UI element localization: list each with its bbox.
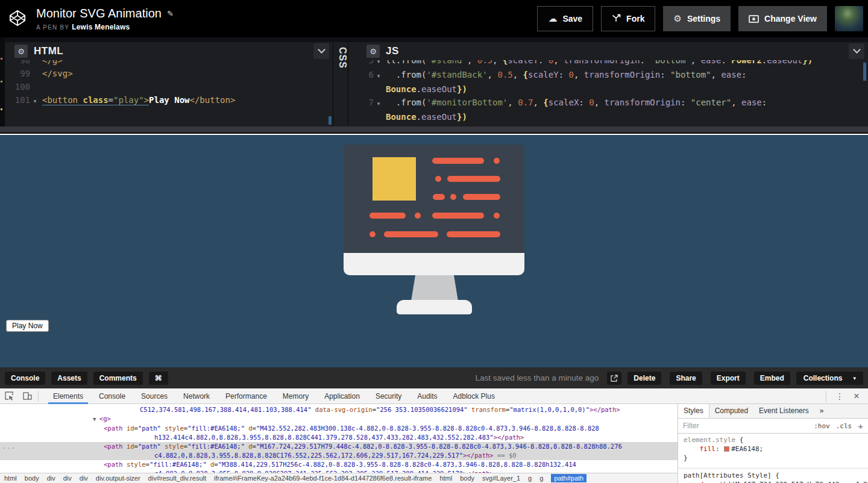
styles-filter-input[interactable]: Filter <box>683 422 699 430</box>
device-toolbar-icon[interactable] <box>22 391 32 401</box>
editor-preview-resizer[interactable] <box>0 126 868 134</box>
fork-button[interactable]: Fork <box>601 6 655 31</box>
byline: A PEN BYLewis Menelaws <box>36 23 174 31</box>
open-in-new-window-button[interactable] <box>607 372 621 385</box>
code-line-selected[interactable]: ...<path id="path" style="fill:#EA6148;"… <box>0 442 678 451</box>
gear-icon: ⚙ <box>673 14 681 23</box>
styles-tab-3[interactable]: » <box>814 404 829 418</box>
devtools-tab-6[interactable]: Application <box>316 388 368 404</box>
breadcrumb-item-8[interactable]: html <box>439 475 452 482</box>
elements-tree[interactable]: C512,374.581,498.167,388.414,481.103,388… <box>0 404 678 473</box>
fork-icon <box>612 14 621 24</box>
code-line: 5▾tl.from('#stand', 0.5, {scaleY: 0, tra… <box>348 60 868 68</box>
code-line[interactable]: ▼ <g> <box>0 414 678 424</box>
html-scrollbar-thumb[interactable] <box>329 116 332 125</box>
code-line: 101▾<button class="play">Play Now</butto… <box>5 93 333 108</box>
footer-button-2[interactable]: Export <box>711 372 746 385</box>
toolbar-divider <box>826 391 826 402</box>
js-scrollbar-thumb[interactable] <box>863 63 866 81</box>
breadcrumb-item-13[interactable]: path#path <box>551 474 587 482</box>
code-line: 99</svg> <box>5 67 333 80</box>
devtools-tab-2[interactable]: Sources <box>133 388 175 404</box>
save-status: Last saved less than a minute ago <box>475 373 599 382</box>
devtools-toolbar: ElementsConsoleSourcesNetworkPerformance… <box>0 388 868 404</box>
footer-button-2[interactable]: Comments <box>93 372 143 385</box>
styles-tab-0[interactable]: Styles <box>678 404 709 418</box>
chevron-down-icon <box>318 46 326 54</box>
footer-button-3[interactable]: Embed <box>754 372 790 385</box>
footer-button-1[interactable]: Share <box>670 372 702 385</box>
code-line: element.style { <box>681 435 865 444</box>
breadcrumb-item-3[interactable]: div <box>63 475 72 482</box>
devtools-tabs: ElementsConsoleSourcesNetworkPerformance… <box>45 388 503 404</box>
change-view-button[interactable]: Change View <box>738 6 827 31</box>
style-rules[interactable]: element.style { fill: #EA6148;}path[Attr… <box>678 434 868 483</box>
collections-button[interactable]: Collections ▾ <box>796 372 863 385</box>
footer-button-0[interactable]: Console <box>5 372 45 385</box>
breadcrumb-item-2[interactable]: div <box>47 475 55 482</box>
breadcrumb-item-4[interactable]: div <box>80 475 88 482</box>
breadcrumb-item-1[interactable]: body <box>25 475 39 482</box>
devtools-tab-0[interactable]: Elements <box>45 388 91 404</box>
breadcrumb-item-12[interactable]: g <box>539 475 543 482</box>
breadcrumb-item-6[interactable]: div#result_div.result <box>148 475 206 482</box>
yellow-square <box>373 157 416 201</box>
code-line: Bounce.easeOut}) <box>348 110 868 123</box>
pencil-icon[interactable]: ✎ <box>167 9 174 18</box>
devtools-close-icon[interactable]: × <box>851 390 862 402</box>
styles-tab-2[interactable]: Event Listeners <box>753 404 814 418</box>
inspect-element-icon[interactable] <box>4 391 14 401</box>
code-line: } <box>681 453 865 463</box>
code-line-selected[interactable]: c4.882,0,8.828,3.955,8.828,8.828C176.552… <box>0 451 678 460</box>
devtools-tab-9[interactable]: Adblock Plus <box>445 388 503 404</box>
cls-toggle[interactable]: .cls <box>836 422 852 430</box>
breadcrumb-item-5[interactable]: div.output-sizer <box>96 475 140 482</box>
devtools-tab-7[interactable]: Security <box>368 388 409 404</box>
footer-button-1[interactable]: Assets <box>51 372 87 385</box>
breadcrumb-item-7[interactable]: iframe#iFrameKey-a2a24b69-4ebd-f1ce-1d84… <box>214 475 432 482</box>
css-collapsed-pane[interactable]: CSS <box>333 42 348 126</box>
code-line: d: path('M 167.724 229.517 H 79.448 c -4… <box>681 480 865 483</box>
styles-filter-bar: Filter :hov .cls + <box>678 419 868 434</box>
js-collapse-button[interactable] <box>849 43 864 59</box>
breadcrumb-item-0[interactable]: html <box>4 475 17 482</box>
html-code-area[interactable]: 98</g>99</svg>100101▾<button class="play… <box>5 60 333 126</box>
devtools-tab-1[interactable]: Console <box>91 388 133 404</box>
html-settings-gear-icon[interactable]: ⚙ <box>14 45 28 58</box>
devtools-tab-5[interactable]: Memory <box>275 388 316 404</box>
devtools-menu-icon[interactable]: ⋮ <box>832 391 848 401</box>
devtools-tab-4[interactable]: Performance <box>218 388 275 404</box>
author-link[interactable]: Lewis Menelaws <box>72 23 130 31</box>
new-style-rule-button[interactable]: + <box>858 421 863 431</box>
html-pane-title: HTML <box>34 45 63 57</box>
code-line[interactable]: <path style="fill:#EA6148;" d="M388.414,… <box>0 460 678 469</box>
footer-button-3[interactable]: ⌘ <box>149 372 168 385</box>
breadcrumb: htmlbodydivdivdivdiv.output-sizerdiv#res… <box>0 473 678 483</box>
breadcrumb-item-9[interactable]: body <box>460 475 474 482</box>
code-line[interactable]: <path id="path" style="fill:#EA6148;" d=… <box>0 424 678 433</box>
codepen-logo[interactable] <box>8 7 28 30</box>
avatar[interactable] <box>835 6 863 31</box>
breadcrumb-item-11[interactable]: g <box>528 475 532 482</box>
monitor-bottom <box>344 253 524 275</box>
breadcrumb-item-10[interactable]: svg#Layer_1 <box>482 475 520 482</box>
js-settings-gear-icon[interactable]: ⚙ <box>366 45 380 58</box>
editor-left-sliver <box>0 37 5 126</box>
html-pane-header: ⚙ HTML <box>5 42 333 60</box>
save-button[interactable]: ☁ Save <box>537 6 593 31</box>
hov-toggle[interactable]: :hov <box>814 422 830 430</box>
html-collapse-button[interactable] <box>313 43 329 59</box>
row-ellipsis-marker[interactable]: ... <box>2 442 16 451</box>
js-code-area[interactable]: 5▾tl.from('#stand', 0.5, {scaleY: 0, tra… <box>348 60 868 126</box>
play-now-button[interactable]: Play Now <box>6 320 49 332</box>
monitor-base <box>397 300 472 314</box>
settings-button[interactable]: ⚙ Settings <box>663 6 731 31</box>
styles-tab-1[interactable]: Computed <box>709 404 753 418</box>
code-line[interactable]: h132.414c4.882,0,8.828,3.955,8.828,8.828… <box>0 433 678 442</box>
devtools-tab-3[interactable]: Network <box>175 388 218 404</box>
footer-button-0[interactable]: Delete <box>627 372 661 385</box>
toolbar-divider <box>38 391 39 402</box>
styles-sidebar-tabs: StylesComputedEvent Listeners» <box>678 404 868 419</box>
devtools-tab-8[interactable]: Audits <box>409 388 445 404</box>
code-line[interactable]: C512,374.581,498.167,388.414,481.103,388… <box>0 405 678 414</box>
